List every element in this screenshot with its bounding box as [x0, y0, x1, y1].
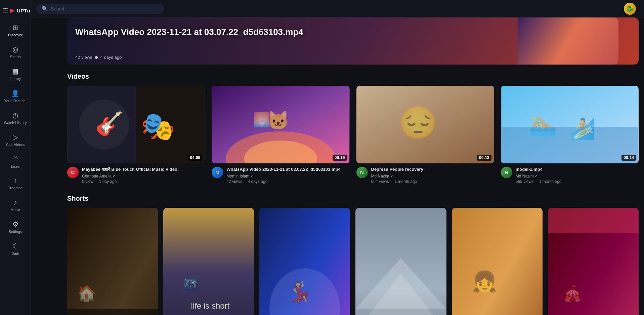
video-card-1[interactable]: 🎸 🎭 04:06 C Mayabee মায়াবী Blue Touch O… [67, 86, 205, 184]
sidebar-item-watch-history[interactable]: ◷ Watch History [2, 108, 29, 128]
verified-badge-2: ✔ [250, 174, 253, 178]
sidebar-label-trending: Trending [8, 186, 23, 190]
sidebar-item-your-videos[interactable]: ▷ Your Videos [2, 130, 29, 150]
channel-name-1: Charlotte Amelia ✔ [82, 174, 205, 179]
banner-views: 42 views [75, 55, 92, 60]
svg-text:🌅: 🌅 [253, 112, 270, 128]
short-card-3[interactable]: 💃 [259, 208, 350, 315]
videos-section-title: Videos [67, 73, 639, 80]
thumb-svg-1: 🎸 🎭 [67, 86, 205, 163]
shorts-section-title: Shorts [67, 195, 639, 202]
hamburger-icon[interactable]: ☰ [3, 7, 8, 14]
channel-avatar-1: C [67, 167, 79, 178]
sidebar-item-your-channel[interactable]: 👤 Your Channel [2, 86, 29, 107]
channel-name-2: Momin Islam ✔ [226, 174, 349, 179]
trending-icon: ↑ [14, 177, 17, 185]
svg-rect-33 [548, 208, 639, 233]
banner-time: 4 days ago [100, 55, 122, 60]
library-icon: ▤ [12, 67, 18, 75]
search-input[interactable] [51, 6, 159, 11]
sidebar-item-trending[interactable]: ↑ Trending [2, 173, 29, 194]
search-bar[interactable]: 🔍 [36, 4, 164, 14]
svg-rect-30 [452, 208, 543, 315]
short-svg-6: 🎪 [548, 208, 639, 315]
video-card-4[interactable]: 🏊 🏄 00:14 N model-1.mp4 Md Nazim ✔ 565 v… [501, 86, 639, 184]
video-grid: 🎸 🎭 04:06 C Mayabee মায়াবী Blue Touch O… [67, 86, 639, 184]
sidebar-logo[interactable]: ☰ ▶ UPTube [0, 3, 31, 19]
videos-icon: ▷ [13, 133, 18, 141]
sidebar-item-likes[interactable]: ♡ Likes [2, 152, 29, 172]
sidebar-label-music: Music [10, 208, 20, 212]
avatar[interactable]: 🐉 [624, 3, 636, 15]
svg-text:🌃: 🌃 [183, 278, 198, 291]
sidebar-label-shorts: Shorts [10, 55, 21, 59]
main-content: WhatsApp Video 2023-11-21 at 03.07.22_d5… [62, 17, 644, 315]
svg-text:🏊: 🏊 [529, 110, 557, 137]
channel-name-3: Md Nazim ✔ [371, 174, 494, 179]
video-card-2[interactable]: 🐱 🌅 00:16 M WhatsApp Video 2023-11-21 at… [212, 86, 349, 184]
sidebar-item-music[interactable]: ♪ Music [2, 195, 29, 215]
video-duration-2: 00:16 [333, 155, 347, 161]
header: 🔍 🐉 [31, 0, 644, 17]
short-card-4[interactable] [355, 208, 446, 315]
sidebar-item-dark[interactable]: ☾ Dark [2, 239, 29, 259]
banner-meta: 42 views 4 days ago [75, 55, 122, 60]
banner-image [518, 17, 618, 65]
video-meta-1: Mayabee মায়াবী Blue Touch Official Musi… [82, 167, 205, 184]
logo-icon: ▶ [10, 7, 15, 14]
sidebar-label-your-videos: Your Videos [5, 143, 25, 147]
search-icon: 🔍 [42, 6, 48, 12]
channel-avatar-3: N [356, 167, 368, 178]
video-meta-3: Depress People recovery Md Nazim ✔ 664 v… [371, 167, 494, 184]
banner-title: WhatsApp Video 2023-11-21 at 03.07.22_d5… [75, 27, 303, 37]
verified-badge-3: ✔ [390, 174, 393, 178]
video-title-2: WhatsApp Video 2023-11-21 at 03.07.22_d5… [226, 167, 349, 172]
short-svg-2: life is short 🌃 [163, 208, 254, 315]
short-card-1[interactable]: 🏠 [67, 208, 158, 315]
video-duration-1: 04:06 [188, 155, 203, 161]
banner-dot [95, 56, 98, 59]
short-svg-1: 🏠 [67, 208, 158, 315]
svg-text:💃: 💃 [287, 280, 312, 304]
svg-text:🎸: 🎸 [95, 110, 124, 137]
channel-icon: 👤 [11, 89, 19, 97]
short-card-6[interactable]: 🎪 [548, 208, 639, 315]
svg-rect-20 [163, 208, 254, 315]
featured-banner[interactable]: WhatsApp Video 2023-11-21 at 03.07.22_d5… [67, 17, 639, 65]
short-svg-4 [355, 208, 446, 315]
video-stats-3: 664 views · 1 month ago [371, 179, 494, 184]
shorts-icon: ◎ [12, 45, 18, 53]
music-icon: ♪ [14, 199, 17, 206]
svg-text:😔: 😔 [398, 104, 438, 142]
video-stats-1: 0 view · 1 day ago [82, 179, 205, 184]
sidebar-label-watch-history: Watch History [4, 121, 27, 125]
svg-text:🏠: 🏠 [77, 284, 96, 303]
short-card-5[interactable]: 👧 [452, 208, 543, 315]
sidebar-label-your-channel: Your Channel [4, 99, 26, 103]
sidebar-item-shorts[interactable]: ◎ Shorts [2, 42, 29, 63]
sidebar-item-discover[interactable]: ⊞ Discover [2, 20, 29, 41]
sidebar-label-settings: Settings [9, 230, 22, 234]
sidebar-item-settings[interactable]: ⚙ Settings [2, 217, 29, 237]
video-card-3[interactable]: 😔 00:18 N Depress People recovery Md Naz… [356, 86, 494, 184]
video-meta-4: model-1.mp4 Md Nazim ✔ 565 views · 1 mon… [516, 167, 639, 184]
svg-text:🏄: 🏄 [570, 117, 596, 141]
sidebar-label-library: Library [10, 77, 21, 81]
short-card-2[interactable]: life is short 🌃 [163, 208, 254, 315]
svg-text:🎭: 🎭 [141, 110, 175, 143]
channel-name-4: Md Nazim ✔ [516, 174, 639, 179]
video-title-3: Depress People recovery [371, 167, 494, 172]
video-title-4: model-1.mp4 [516, 167, 639, 172]
video-title-1: Mayabee মায়াবী Blue Touch Official Musi… [82, 167, 205, 172]
verified-badge-4: ✔ [535, 174, 538, 178]
likes-icon: ♡ [12, 155, 18, 163]
svg-text:life is short: life is short [191, 301, 230, 310]
app-name: UPTube [17, 8, 31, 13]
video-info-3: N Depress People recovery Md Nazim ✔ 664… [356, 167, 494, 184]
video-thumbnail-3: 😔 00:18 [356, 86, 494, 163]
svg-text:👧: 👧 [472, 270, 497, 293]
sidebar-label-discover: Discover [8, 33, 23, 37]
video-meta-2: WhatsApp Video 2023-11-21 at 03.07.22_d5… [226, 167, 349, 184]
sidebar-item-library[interactable]: ▤ Library [2, 64, 29, 84]
video-info-2: M WhatsApp Video 2023-11-21 at 03.07.22_… [212, 167, 349, 184]
